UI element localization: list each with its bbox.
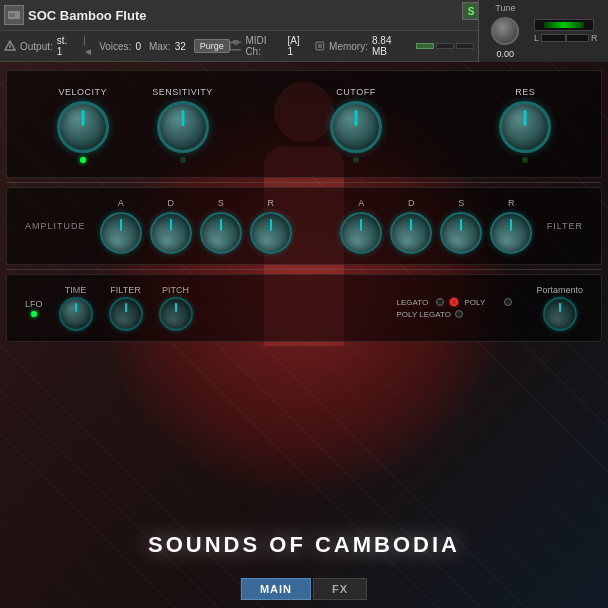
brand-text: SOUNDS OF CAMBODIA — [148, 532, 460, 557]
lfo-led — [31, 311, 37, 317]
portamento-item: Portamento — [536, 285, 583, 331]
poly-legato-radio[interactable] — [455, 310, 463, 318]
amp-s-label: S — [218, 198, 224, 208]
svg-rect-10 — [230, 42, 242, 50]
tune-knob[interactable] — [491, 17, 519, 45]
poly-legato-row: POLY LEGATO — [396, 310, 512, 319]
tab-main[interactable]: MAIN — [241, 578, 311, 600]
tune-label: Tune — [495, 3, 515, 13]
cutoff-led-off — [353, 157, 359, 163]
flt-a-knob[interactable] — [340, 212, 382, 254]
legato-radio[interactable] — [436, 298, 444, 306]
lfo-item: LFO — [25, 299, 43, 317]
velocity-led — [80, 157, 86, 163]
portamento-knob[interactable] — [543, 297, 577, 331]
title-row: SOC Bamboo Flute ◄ ► i S M Tune 0.00 — [0, 0, 608, 31]
cutoff-group: CUTOFF — [330, 87, 382, 163]
poly-legato-label: POLY LEGATO — [396, 310, 451, 319]
flt-s-item: S — [440, 198, 482, 254]
voices-label: Voices: — [99, 41, 131, 52]
velocity-group: VELOCITY — [57, 87, 109, 163]
adsr-panel: AMPLITUDE A D S R — [6, 187, 602, 265]
adsr-row: AMPLITUDE A D S R — [15, 194, 593, 258]
flt-d-knob[interactable] — [390, 212, 432, 254]
flt-r-knob[interactable] — [490, 212, 532, 254]
instrument-icon — [4, 5, 24, 25]
divider1 — [6, 182, 602, 183]
amp-d-label: D — [168, 198, 175, 208]
velocity-label: VELOCITY — [59, 87, 108, 97]
memory-value: 8.84 MB — [372, 35, 408, 57]
pitch-label: PITCH — [162, 285, 189, 295]
portamento-label: Portamento — [536, 285, 583, 295]
amp-a-label: A — [118, 198, 124, 208]
top-knobs-row: VELOCITY SENSITIVITY CUTOFF — [15, 77, 593, 171]
flt-a-label: A — [358, 198, 364, 208]
amp-d-knob[interactable] — [150, 212, 192, 254]
amp-r-item: R — [250, 198, 292, 254]
filter-adsr: A D S R — [340, 198, 532, 254]
res-label: RES — [515, 87, 535, 97]
top-bar: SOC Bamboo Flute ◄ ► i S M Tune 0.00 — [0, 0, 608, 62]
amp-a-item: A — [100, 198, 142, 254]
purge-button[interactable]: Purge — [194, 39, 230, 53]
sensitivity-label: SENSITIVITY — [152, 87, 213, 97]
velocity-knob[interactable] — [57, 101, 109, 153]
amp-a-knob[interactable] — [100, 212, 142, 254]
time-label: TIME — [65, 285, 87, 295]
lfo-filter-knob[interactable] — [109, 297, 143, 331]
legato-label: LEGATO — [396, 298, 432, 307]
top-knobs-panel: VELOCITY SENSITIVITY CUTOFF — [6, 70, 602, 178]
poly-label: POLY — [464, 298, 500, 307]
pitch-knob[interactable] — [159, 297, 193, 331]
filter-label: FILTER — [547, 221, 583, 231]
amp-s-knob[interactable] — [200, 212, 242, 254]
amp-r-label: R — [268, 198, 275, 208]
lfo-filter-item: FILTER — [109, 285, 143, 331]
ui-overlay: VELOCITY SENSITIVITY CUTOFF — [0, 62, 608, 608]
flt-s-knob[interactable] — [440, 212, 482, 254]
flt-d-item: D — [390, 198, 432, 254]
flt-r-item: R — [490, 198, 532, 254]
sensitivity-knob[interactable] — [157, 101, 209, 153]
mode-indicator-red — [450, 298, 458, 306]
midi-value: [A] 1 — [288, 35, 308, 57]
svg-rect-13 — [318, 44, 322, 48]
res-group: RES — [499, 87, 551, 163]
lfo-row: LFO TIME FILTER PITCH — [15, 281, 593, 335]
cutoff-label: CUTOFF — [336, 87, 375, 97]
lfo-filter-label: FILTER — [110, 285, 140, 295]
lfo-label: LFO — [25, 299, 43, 309]
flt-r-label: R — [508, 198, 515, 208]
tab-row: MAIN FX — [241, 578, 367, 600]
sensitivity-led-off — [180, 157, 186, 163]
amp-r-knob[interactable] — [250, 212, 292, 254]
legato-row: LEGATO POLY — [396, 298, 512, 307]
tab-fx[interactable]: FX — [313, 578, 367, 600]
cutoff-knob[interactable] — [330, 101, 382, 153]
amplitude-adsr: A D S R — [100, 198, 292, 254]
flt-a-item: A — [340, 198, 382, 254]
output-value: st. 1 — [57, 35, 75, 57]
max-value: 32 — [175, 41, 186, 52]
divider2 — [6, 269, 602, 270]
voices-value: 0 — [135, 41, 141, 52]
lfo-panel: LFO TIME FILTER PITCH — [6, 274, 602, 342]
res-knob[interactable] — [499, 101, 551, 153]
time-knob[interactable] — [59, 297, 93, 331]
brand-section: SOUNDS OF CAMBODIA — [0, 532, 608, 558]
amplitude-label: AMPLITUDE — [25, 221, 86, 231]
tune-section: Tune 0.00 L R — [478, 0, 608, 62]
sensitivity-group: SENSITIVITY — [152, 87, 213, 163]
svg-point-9 — [9, 44, 10, 45]
plugin-area: VELOCITY SENSITIVITY CUTOFF — [0, 62, 608, 608]
flt-d-label: D — [408, 198, 415, 208]
memory-label: Memory: — [329, 41, 368, 52]
max-label: Max: — [149, 41, 171, 52]
flt-s-label: S — [458, 198, 464, 208]
plugin-title: SOC Bamboo Flute — [28, 8, 528, 23]
midi-label: MIDI Ch: — [245, 35, 283, 57]
res-led-off — [522, 157, 528, 163]
poly-radio[interactable] — [504, 298, 512, 306]
sep1: |◄ — [83, 35, 95, 57]
